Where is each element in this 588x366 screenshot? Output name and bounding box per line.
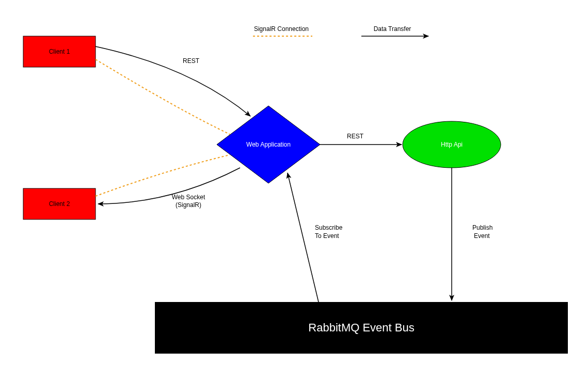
- edge-bus-to-webapp: Subscribe To Event: [288, 173, 343, 302]
- webapp-label: Web Application: [246, 141, 291, 148]
- bus-label: RabbitMQ Event Bus: [308, 321, 414, 334]
- edge-webapp-to-client2-line: [98, 168, 240, 204]
- edge-client1-to-webapp: REST: [96, 46, 250, 116]
- legend: SignalR Connection Data Transfer: [253, 25, 428, 36]
- edge-bus-to-webapp-label-2: To Event: [315, 232, 339, 240]
- edge-bus-to-webapp-line: [288, 173, 319, 302]
- edge-client1-to-webapp-label: REST: [183, 57, 200, 65]
- node-client1: Client 1: [23, 36, 96, 67]
- legend-data-transfer-label: Data Transfer: [374, 25, 411, 33]
- client2-label: Client 2: [49, 200, 70, 208]
- edge-webapp-to-client2: Web Socket (SignalR): [98, 168, 240, 209]
- signalr-conn-client2: [96, 155, 230, 196]
- httpapi-label: Http Api: [441, 141, 463, 148]
- edge-webapp-to-client2-label-2: (SignalR): [176, 201, 201, 209]
- edge-webapp-to-httpapi-label: REST: [347, 133, 364, 140]
- node-httpapi: Http Api: [403, 121, 501, 168]
- client1-label: Client 1: [49, 48, 70, 55]
- signalr-conn-client1: [96, 59, 230, 134]
- edge-httpapi-to-bus-label-1: Publish: [472, 224, 492, 231]
- edge-client1-to-webapp-line: [96, 46, 250, 116]
- legend-signalr-label: SignalR Connection: [254, 25, 309, 33]
- edge-webapp-to-client2-label-1: Web Socket: [172, 194, 205, 201]
- edge-bus-to-webapp-label-1: Subscribe: [315, 224, 343, 231]
- edge-webapp-to-httpapi: REST: [320, 133, 402, 145]
- node-bus: RabbitMQ Event Bus: [155, 302, 568, 354]
- node-client2: Client 2: [23, 188, 96, 219]
- edge-httpapi-to-bus: Publish Event: [452, 168, 492, 300]
- edge-httpapi-to-bus-label-2: Event: [474, 232, 490, 240]
